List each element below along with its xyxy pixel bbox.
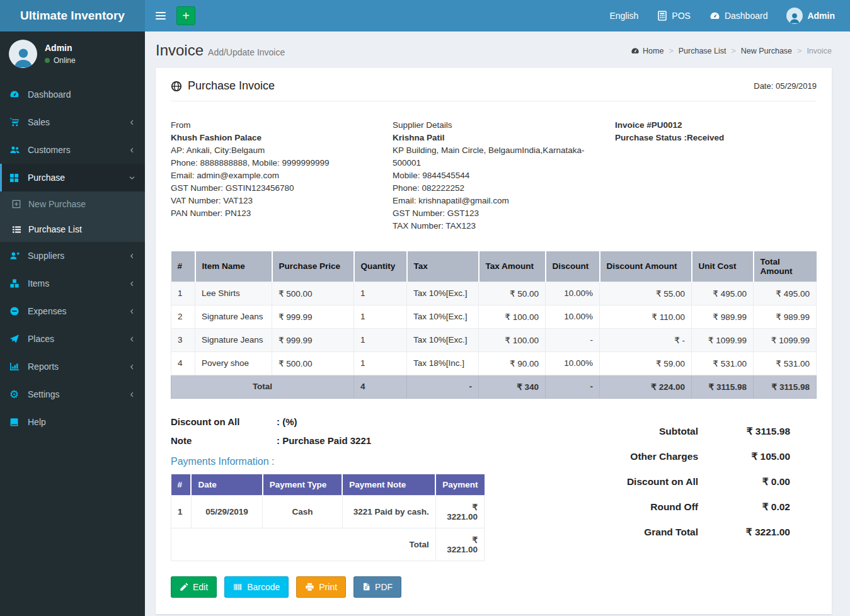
sidebar: Admin Online Dashboard — [0, 31, 145, 616]
pdf-button[interactable]: PDF — [353, 576, 401, 598]
plus-square-icon — [12, 200, 28, 208]
sidebar-item-help[interactable]: Help — [0, 408, 145, 436]
admin-user-menu[interactable]: Admin — [786, 8, 835, 24]
top-bar: Ultimate Inventory + English POS — [0, 0, 850, 31]
breadcrumb-invoice: Invoice — [807, 47, 832, 55]
table-row: 3 Signature Jeans ₹ 999.99 1 Tax 10%[Exc… — [171, 328, 817, 351]
book-icon — [9, 418, 28, 427]
edit-icon — [180, 583, 188, 591]
chevron-left-icon — [129, 280, 135, 287]
dashboard-icon — [709, 11, 720, 21]
sidebar-item-new-purchase[interactable]: New Purchase — [0, 191, 145, 217]
breadcrumb-purchase-list[interactable]: Purchase List — [679, 47, 727, 55]
chevron-left-icon — [129, 119, 135, 126]
breadcrumb: Home > Purchase List > New Purchase > In… — [631, 47, 832, 55]
barcode-icon — [233, 583, 243, 591]
invoice-date: Date: 05/29/2019 — [754, 81, 817, 91]
chevron-left-icon — [129, 363, 135, 370]
invoice-number: Invoice #PU0012 — [615, 119, 817, 132]
sidebar-item-suppliers[interactable]: Suppliers — [0, 242, 145, 270]
avatar — [9, 40, 37, 68]
items-total-row: Total 4 - ₹ 340 - ₹ 224.00 ₹ 3115.98 ₹ 3… — [171, 375, 817, 398]
sidebar-toggle-button[interactable] — [145, 12, 176, 20]
discount-on-all-row: Discount on All : (%) — [171, 416, 498, 427]
pos-link[interactable]: POS — [657, 11, 691, 21]
payments-table: # Date Payment Type Payment Note Payment — [171, 474, 485, 561]
edit-button[interactable]: Edit — [171, 576, 217, 598]
page-subtitle: Add/Update Invoice — [208, 47, 285, 57]
app-logo: Ultimate Inventory — [0, 0, 145, 31]
chevron-left-icon — [129, 147, 135, 154]
summary-other-charges: Other Charges ₹ 105.00 — [498, 444, 817, 469]
globe-icon — [171, 81, 182, 92]
breadcrumb-new-purchase[interactable]: New Purchase — [741, 47, 792, 55]
chevron-left-icon — [129, 308, 135, 315]
app-window: Ultimate Inventory + English POS — [0, 0, 850, 616]
invoice-summary: Subtotal ₹ 3115.98 Other Charges ₹ 105.0… — [498, 416, 817, 598]
summary-grand-total: Grand Total ₹ 3221.00 — [498, 520, 817, 545]
user-plus-icon — [9, 251, 28, 261]
cart-icon — [9, 117, 28, 127]
online-status-dot — [45, 58, 50, 63]
table-row: 2 Signature Jeans ₹ 999.99 1 Tax 10%[Exc… — [171, 305, 817, 328]
paper-plane-icon — [9, 334, 28, 344]
user-name: Admin — [45, 43, 76, 53]
list-icon — [12, 225, 28, 234]
chevron-down-icon — [129, 174, 135, 181]
action-buttons: Edit Barcode — [171, 576, 498, 598]
sidebar-item-customers[interactable]: Customers — [0, 136, 145, 164]
purchase-submenu: New Purchase Purchase List — [0, 191, 145, 242]
sidebar-item-reports[interactable]: Reports — [0, 353, 145, 380]
supplier-block: Supplier Details Krishna Patil KP Buildi… — [393, 119, 615, 232]
sidebar-item-places[interactable]: Places — [0, 325, 145, 353]
sidebar-menu: Dashboard Sales Customers — [0, 81, 145, 436]
chevron-left-icon — [129, 336, 135, 343]
purchase-invoice-card: Purchase Invoice Date: 05/29/2019 From K… — [156, 68, 832, 614]
user-panel: Admin Online — [0, 31, 145, 76]
sidebar-item-purchase-list[interactable]: Purchase List — [0, 217, 145, 242]
summary-round-off: Round Off ₹ 0.02 — [498, 494, 817, 520]
minus-circle-icon — [9, 306, 28, 316]
summary-discount-on-all: Discount on All ₹ 0.00 — [498, 469, 817, 494]
sidebar-item-items[interactable]: Items — [0, 270, 145, 297]
bar-chart-icon — [9, 362, 28, 372]
pdf-file-icon — [362, 582, 370, 591]
sidebar-item-settings[interactable]: ⚙ Settings — [0, 380, 145, 408]
from-block: From Khush Fashion Palace AP: Ankali, Ci… — [171, 119, 393, 232]
sidebar-item-expenses[interactable]: Expenses — [0, 297, 145, 325]
company-name: Khush Fashion Palace — [171, 132, 377, 144]
card-title: Purchase Invoice — [171, 79, 275, 93]
cubes-icon — [9, 278, 28, 288]
sidebar-item-sales[interactable]: Sales — [0, 108, 145, 136]
invoice-parties: From Khush Fashion Palace AP: Ankali, Ci… — [171, 119, 817, 232]
dashboard-link[interactable]: Dashboard — [709, 11, 768, 21]
quick-add-button[interactable]: + — [176, 6, 195, 25]
payments-total-row: Total ₹ 3221.00 — [171, 528, 485, 561]
purchase-status: Purchase Status :Received — [615, 132, 817, 144]
calculator-icon — [657, 11, 667, 21]
card-header: Purchase Invoice Date: 05/29/2019 — [171, 79, 817, 101]
navbar-right-menu: English POS Dashboard — [609, 8, 850, 24]
payments-information-title: Payments Information : — [171, 456, 498, 467]
chevron-left-icon — [129, 391, 135, 398]
grid-icon — [9, 173, 28, 183]
print-button[interactable]: Print — [296, 576, 346, 598]
supplier-name: Krishna Patil — [393, 132, 587, 144]
payments-table-header-row: # Date Payment Type Payment Note Payment — [171, 474, 485, 496]
dashboard-icon — [9, 89, 28, 100]
invoice-meta-block: Invoice #PU0012 Purchase Status :Receive… — [615, 119, 817, 232]
barcode-button[interactable]: Barcode — [224, 576, 289, 598]
sidebar-item-dashboard[interactable]: Dashboard — [0, 81, 145, 108]
sidebar-item-purchase[interactable]: Purchase — [0, 164, 145, 191]
avatar — [786, 8, 803, 24]
home-icon — [631, 47, 640, 55]
invoice-items-table: # Item Name Purchase Price Quantity Tax … — [171, 251, 817, 399]
language-menu[interactable]: English — [609, 11, 638, 21]
table-row: 1 05/29/2019 Cash 3221 Paid by cash. ₹ 3… — [171, 495, 485, 528]
breadcrumb-home[interactable]: Home — [631, 47, 663, 55]
items-table-header-row: # Item Name Purchase Price Quantity Tax … — [171, 251, 817, 282]
table-row: 1 Lee Shirts ₹ 500.00 1 Tax 10%[Exc.] ₹ … — [171, 282, 817, 305]
users-icon — [9, 145, 28, 155]
note-row: Note : Purchase Paid 3221 — [171, 435, 498, 446]
chevron-left-icon — [129, 253, 135, 260]
